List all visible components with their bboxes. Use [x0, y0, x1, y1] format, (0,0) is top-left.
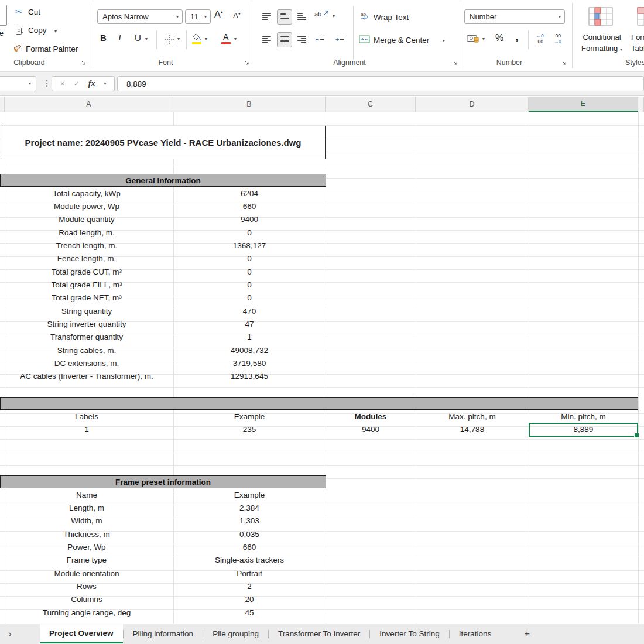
copy-button[interactable]: Copy: [28, 26, 47, 35]
cell-label[interactable]: Rows: [0, 580, 173, 592]
cell-label[interactable]: Transformer quantity: [0, 331, 173, 344]
add-sheet-button[interactable]: +: [515, 624, 539, 643]
cell-value[interactable]: 660: [173, 540, 326, 553]
font-name-combobox[interactable]: Aptos Narrow▾: [97, 9, 183, 24]
conditional-formatting-button[interactable]: Conditional Formatting ▾: [577, 32, 627, 54]
paste-button[interactable]: [0, 5, 7, 26]
align-middle-button[interactable]: [277, 9, 292, 25]
enter-button[interactable]: ✓: [74, 80, 80, 88]
cell-value[interactable]: 20: [173, 593, 326, 606]
column-header-E[interactable]: E: [529, 97, 638, 112]
pitch-value[interactable]: 1: [0, 423, 173, 436]
sheet-tab-piling-information[interactable]: Piling information: [124, 624, 203, 643]
cell-value[interactable]: 470: [173, 304, 326, 317]
cell-value[interactable]: 9400: [173, 213, 326, 226]
cell-value[interactable]: 2,384: [173, 501, 326, 514]
column-header-B[interactable]: B: [173, 97, 326, 112]
cell-label[interactable]: DC extensions, m.: [0, 357, 173, 369]
spreadsheet-grid[interactable]: Project name: 20240905 PVcase Yield - RA…: [0, 112, 644, 624]
cell-label[interactable]: Module power, Wp: [0, 200, 173, 213]
cell-value[interactable]: 6204: [173, 187, 326, 200]
cell-label[interactable]: Total grade FILL, m³: [0, 278, 173, 291]
cell-label[interactable]: Turning angle range, deg: [0, 606, 173, 619]
font-color-chevron-icon[interactable]: ▾: [234, 37, 237, 42]
paste-button-label[interactable]: Paste: [0, 29, 4, 37]
cell-value[interactable]: 1,303: [173, 515, 326, 527]
fx-chevron-icon[interactable]: ▾: [104, 81, 106, 86]
cell-value[interactable]: Portrait: [173, 567, 326, 580]
cell-value[interactable]: 0: [173, 265, 326, 278]
underline-chevron-icon[interactable]: ▾: [145, 37, 148, 42]
cell-label[interactable]: Total grade CUT, m³: [0, 265, 173, 278]
cell-label[interactable]: Frame type: [0, 554, 173, 567]
align-left-button[interactable]: [259, 32, 273, 46]
pitch-header[interactable]: Labels: [0, 410, 173, 423]
chevron-down-icon[interactable]: ▾: [204, 15, 207, 19]
copy-chevron-icon[interactable]: ▾: [54, 29, 57, 34]
pitch-header[interactable]: Max. pitch, m: [416, 410, 529, 423]
fill-color-icon[interactable]: [192, 33, 202, 41]
align-right-button[interactable]: [294, 32, 309, 46]
cell-value[interactable]: 45: [173, 606, 326, 619]
clipboard-dialog-launcher-icon[interactable]: [80, 60, 86, 66]
align-top-button[interactable]: [259, 9, 273, 23]
font-color-button[interactable]: A: [223, 32, 228, 42]
number-dialog-launcher-icon[interactable]: [561, 60, 567, 66]
cell-value[interactable]: 12913,645: [173, 370, 326, 383]
pitch-value[interactable]: 14,788: [416, 423, 529, 436]
cell-value[interactable]: 0: [173, 292, 326, 304]
formula-bar-grip-icon[interactable]: ⋮: [43, 78, 51, 88]
cell-value[interactable]: 3719,580: [173, 357, 326, 369]
cell-value[interactable]: 0: [173, 278, 326, 291]
format-painter-button[interactable]: Format Painter: [26, 44, 78, 53]
chevron-down-icon[interactable]: ▾: [559, 15, 561, 19]
column-header-A[interactable]: A: [5, 97, 173, 112]
borders-chevron-icon[interactable]: ▾: [177, 37, 180, 42]
fill-handle[interactable]: [634, 433, 639, 438]
cell-label[interactable]: Name: [0, 488, 173, 501]
name-box[interactable]: ▾: [0, 76, 36, 91]
cell-label[interactable]: Module quantity: [0, 213, 173, 226]
insert-function-button[interactable]: fx: [88, 79, 95, 88]
sheet-tab-inverter-to-string[interactable]: Inverter To String: [370, 624, 449, 643]
font-dialog-launcher-icon[interactable]: [244, 60, 249, 66]
increase-decimal-button[interactable]: ←0.00: [532, 33, 548, 45]
cell-value[interactable]: 0,035: [173, 527, 326, 540]
increase-indent-icon[interactable]: [335, 36, 345, 43]
borders-icon[interactable]: [164, 34, 175, 45]
sheet-nav-icon[interactable]: ›: [8, 628, 12, 640]
cell-value[interactable]: 660: [173, 200, 326, 213]
name-box-chevron-icon[interactable]: ▾: [29, 81, 31, 86]
cell-label[interactable]: Total capacity, kWp: [0, 187, 173, 200]
cell-label[interactable]: String quantity: [0, 304, 173, 317]
pitch-value[interactable]: 9400: [326, 423, 416, 436]
decrease-indent-icon[interactable]: [315, 36, 326, 43]
column-header-partial[interactable]: [638, 97, 644, 112]
formula-input[interactable]: 8,889: [117, 76, 644, 91]
cell-value[interactable]: 1: [173, 331, 326, 344]
pitch-value[interactable]: 235: [173, 423, 326, 436]
row-header-corner[interactable]: [0, 97, 5, 112]
sheet-tab-transformer-to-inverter[interactable]: Transformer To Inverter: [269, 624, 369, 643]
cell-label[interactable]: Total grade NET, m³: [0, 292, 173, 304]
cell-label[interactable]: String inverter quantity: [0, 317, 173, 330]
column-header-C[interactable]: C: [326, 97, 416, 112]
cell-label[interactable]: Road length, m.: [0, 226, 173, 239]
pitch-header[interactable]: Example: [173, 410, 326, 423]
orientation-chevron-icon[interactable]: ▾: [333, 14, 335, 19]
cell-label[interactable]: Thickness, m: [0, 527, 173, 540]
decrease-decimal-button[interactable]: .00→0: [549, 33, 566, 45]
bold-button[interactable]: B: [100, 33, 107, 43]
align-center-button[interactable]: [277, 32, 292, 47]
cell-value[interactable]: 0: [173, 252, 326, 265]
merge-center-button[interactable]: Merge & Center: [374, 36, 429, 44]
cell-label[interactable]: Length, m: [0, 501, 173, 514]
wrap-text-button[interactable]: Wrap Text: [374, 13, 409, 22]
format-as-table-button[interactable]: Format as Table ▾: [631, 32, 644, 54]
decrease-font-size-button[interactable]: A▾: [233, 11, 241, 20]
sheet-tab-iterations[interactable]: Iterations: [450, 624, 501, 643]
orientation-icon[interactable]: ab: [314, 11, 321, 18]
cell-label[interactable]: String cables, m.: [0, 344, 173, 357]
cell-label[interactable]: Width, m: [0, 515, 173, 527]
cell-value[interactable]: 0: [173, 226, 326, 239]
